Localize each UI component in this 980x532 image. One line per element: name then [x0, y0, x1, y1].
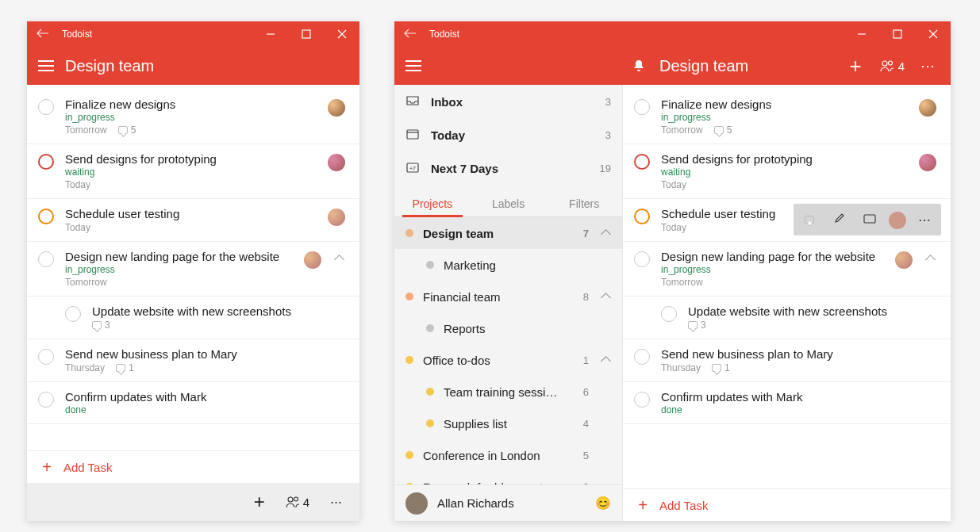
view-count: 3 [605, 129, 611, 141]
project-item[interactable]: Financial team 8 [394, 281, 622, 312]
comment-icon [712, 364, 721, 372]
view-count: 19 [600, 163, 611, 174]
plus-icon: + [636, 497, 650, 513]
task-due: Tomorrow [661, 277, 703, 288]
task-label: done [661, 404, 936, 415]
window-wide: Todoist Design team + 4 Inbox 3 Today [394, 21, 951, 521]
project-item[interactable]: Design team 7 [394, 217, 622, 249]
close-button[interactable] [915, 21, 951, 47]
complete-checkbox[interactable] [634, 209, 650, 224]
tab-filters[interactable]: Filters [546, 189, 622, 217]
project-item[interactable]: Team training sessions 6 [394, 376, 622, 408]
complete-checkbox[interactable] [634, 251, 650, 267]
project-name: Reports [444, 322, 562, 335]
add-task-button[interactable]: + Add Task [27, 450, 359, 483]
add-task-button[interactable]: + Add Task [623, 488, 951, 521]
project-color-icon [426, 419, 434, 427]
project-title: Design team [65, 57, 359, 75]
complete-checkbox[interactable] [634, 349, 650, 365]
tab-projects[interactable]: Projects [394, 189, 471, 217]
headerbar: Design team + 4 [394, 47, 951, 85]
task-item[interactable]: Design new landing page for the website … [27, 242, 359, 297]
complete-checkbox[interactable] [634, 154, 650, 170]
sidebar-view-inbox[interactable]: Inbox 3 [394, 85, 622, 118]
task-title: Schedule user testing [65, 207, 317, 220]
task-label: waiting [65, 166, 317, 178]
task-label: done [65, 404, 345, 415]
complete-checkbox[interactable] [661, 306, 677, 322]
task-comments: 1 [116, 362, 134, 373]
complete-checkbox[interactable] [38, 209, 54, 224]
complete-checkbox[interactable] [634, 392, 650, 408]
sidebar-view-today[interactable]: Today 3 [394, 118, 622, 151]
assignee-avatar[interactable] [889, 212, 906, 229]
comment-icon [116, 364, 125, 372]
close-button[interactable] [324, 21, 359, 47]
task-list: Finalize new designs in_progress Tomorro… [623, 85, 951, 488]
maximize-button[interactable] [879, 21, 915, 47]
project-item[interactable]: Marketing [394, 249, 622, 281]
complete-checkbox[interactable] [38, 349, 54, 365]
task-item[interactable]: Confirm updates with Mark done [27, 382, 359, 424]
user-row[interactable]: Allan Richards 😊 [394, 484, 622, 521]
task-item[interactable]: Finalize new designs in_progress Tomorro… [623, 90, 951, 144]
assignee-avatar [895, 251, 913, 269]
project-color-icon [405, 293, 413, 300]
complete-checkbox[interactable] [634, 99, 650, 115]
complete-checkbox[interactable] [38, 154, 54, 170]
share-button[interactable]: 4 [286, 496, 309, 509]
assignee-avatar [328, 209, 345, 226]
complete-checkbox[interactable] [65, 306, 81, 322]
chevron-icon[interactable] [332, 253, 345, 264]
complete-checkbox[interactable] [38, 251, 54, 267]
task-item[interactable]: Update website with new screenshots 3 [623, 297, 951, 339]
project-item[interactable]: Research for blog posts 6 [394, 471, 622, 484]
quick-add-button[interactable]: + [840, 50, 871, 82]
complete-checkbox[interactable] [38, 99, 54, 115]
comment-button[interactable] [798, 212, 821, 227]
task-item[interactable]: Schedule user testing Today [27, 199, 359, 242]
sidebar-tabs: Projects Labels Filters [394, 189, 622, 217]
task-item[interactable]: Schedule user testing Today [623, 199, 951, 242]
comment-icon [92, 321, 102, 329]
edit-button[interactable] [828, 212, 851, 227]
minimize-button[interactable] [252, 21, 288, 47]
task-item[interactable]: Update website with new screenshots 3 [27, 297, 359, 339]
tab-labels[interactable]: Labels [471, 189, 547, 217]
share-button[interactable]: 4 [876, 50, 908, 82]
project-item[interactable]: Supplies list 4 [394, 408, 622, 439]
menu-button[interactable] [27, 60, 65, 71]
quick-add-button[interactable]: + [254, 491, 265, 513]
task-item[interactable]: Send new business plan to Mary Thursday1 [27, 339, 359, 382]
more-button[interactable] [330, 495, 344, 509]
task-item[interactable]: Send new business plan to Mary Thursday1 [623, 339, 951, 382]
menu-button[interactable] [394, 60, 432, 71]
task-item[interactable]: Send designs for prototyping waiting Tod… [27, 144, 359, 199]
maximize-button[interactable] [288, 21, 324, 47]
project-title: Design team [655, 57, 840, 75]
titlebar: Todoist [27, 21, 359, 47]
minimize-button[interactable] [844, 21, 879, 47]
task-item[interactable]: Send designs for prototyping waiting Tod… [623, 144, 951, 199]
project-item[interactable]: Conference in London 5 [394, 439, 622, 471]
task-item[interactable]: Confirm updates with Mark done [623, 382, 951, 424]
notifications-button[interactable] [623, 50, 655, 82]
assignee-avatar [919, 99, 936, 117]
chevron-icon[interactable] [924, 253, 936, 264]
schedule-button[interactable] [859, 212, 881, 227]
task-due: Today [65, 179, 90, 190]
task-item[interactable]: Finalize new designs in_progress Tomorro… [27, 90, 359, 144]
more-button[interactable] [913, 50, 944, 82]
people-icon [286, 496, 302, 508]
complete-checkbox[interactable] [38, 392, 54, 408]
project-item[interactable]: Reports [394, 312, 622, 344]
back-button[interactable] [27, 29, 59, 40]
more-button[interactable] [914, 212, 936, 228]
sidebar-view-next-7-days[interactable]: +7 Next 7 Days 19 [394, 151, 622, 185]
project-item[interactable]: Office to-dos 1 [394, 344, 622, 376]
view-label: Today [431, 128, 465, 142]
back-button[interactable] [394, 29, 426, 40]
task-item[interactable]: Design new landing page for the website … [623, 242, 951, 297]
project-count: 5 [571, 450, 589, 461]
task-list: Finalize new designs in_progress Tomorro… [27, 85, 359, 450]
